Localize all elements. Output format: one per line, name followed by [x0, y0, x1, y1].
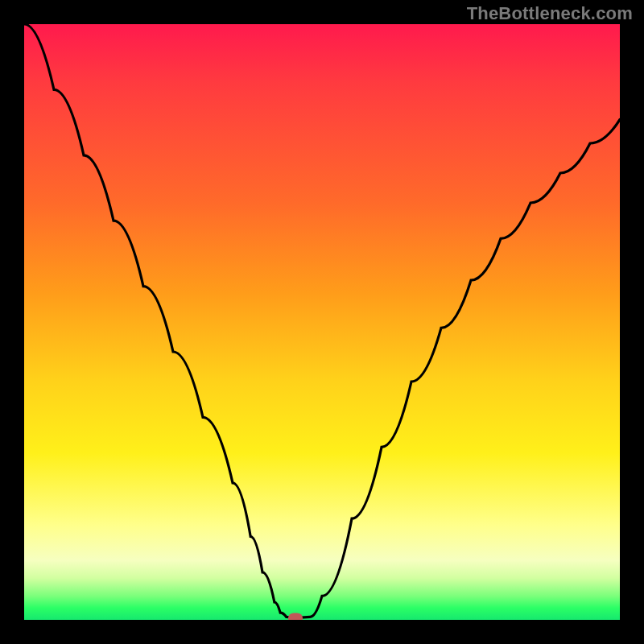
plot-area	[24, 24, 620, 620]
curve-svg	[24, 24, 620, 620]
chart-frame: TheBottleneck.com	[0, 0, 644, 644]
watermark-text: TheBottleneck.com	[467, 3, 633, 24]
v-curve-path	[24, 24, 620, 617]
min-marker	[288, 613, 303, 620]
